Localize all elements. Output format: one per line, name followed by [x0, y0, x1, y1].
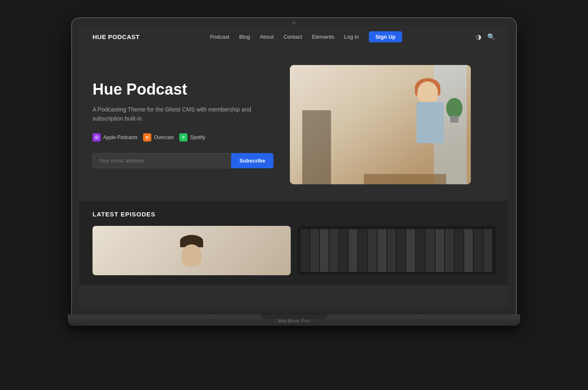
book-3: [320, 229, 329, 272]
episode-card-1[interactable]: [93, 226, 291, 275]
overcast-icon: [143, 133, 151, 142]
book-6: [349, 229, 357, 272]
book-15: [435, 229, 444, 272]
book-10: [387, 229, 396, 272]
email-input[interactable]: [93, 153, 231, 168]
spotify-badge[interactable]: Spotify: [179, 133, 205, 142]
subscribe-button[interactable]: Subscribe: [231, 153, 273, 168]
svg-point-1: [96, 137, 97, 138]
room-table: [364, 174, 446, 184]
site-logo: HUE PODCAST: [93, 33, 140, 40]
hero-subtitle: A Podcasting Theme for the Ghost CMS wit…: [93, 105, 273, 123]
book-13: [416, 229, 425, 272]
hero-image: [290, 65, 471, 184]
book-4: [329, 229, 338, 272]
hero-title: Hue Podcast: [93, 81, 273, 98]
book-20: [484, 229, 492, 272]
book-16: [445, 229, 454, 272]
person-head: [181, 244, 202, 267]
nav-login[interactable]: Log In: [344, 34, 359, 40]
hero-photo: [290, 65, 471, 184]
book-17: [455, 229, 463, 272]
book-2: [310, 229, 319, 272]
overcast-label: Overcast: [154, 135, 174, 140]
plant-pot: [450, 116, 458, 123]
book-19: [474, 229, 482, 272]
laptop-base: MacBook Pro: [68, 314, 520, 326]
book-8: [368, 229, 377, 272]
theme-toggle-icon[interactable]: ◑: [476, 33, 482, 41]
woman-body: [417, 102, 444, 143]
episodes-section-title: LATEST EPISODES: [93, 211, 495, 218]
signup-button[interactable]: Sign Up: [369, 31, 402, 42]
book-5: [339, 229, 348, 272]
room-door: [302, 110, 331, 184]
episode-card-2[interactable]: [297, 226, 495, 275]
screen-content: HUE PODCAST Podcast Blog About Contact E…: [79, 26, 509, 307]
book-18: [464, 229, 473, 272]
svg-point-2: [146, 137, 148, 139]
email-form: Subscribe: [93, 153, 273, 168]
spotify-label: Spotify: [190, 135, 205, 140]
bookshelf: [297, 226, 495, 275]
book-14: [426, 229, 434, 272]
navbar: HUE PODCAST Podcast Blog About Contact E…: [79, 26, 509, 49]
apple-podcasts-label: Apple Podcasts: [103, 135, 137, 140]
nav-contact[interactable]: Contact: [284, 34, 302, 40]
nav-icons: ◑ 🔍: [476, 33, 495, 41]
apple-podcasts-badge[interactable]: Apple Podcasts: [93, 133, 137, 142]
plant: [446, 98, 463, 123]
nav-links: Podcast Blog About Contact Elements Log …: [210, 31, 402, 42]
episodes-grid: [93, 226, 495, 275]
plant-leaves: [446, 98, 463, 118]
search-icon[interactable]: 🔍: [487, 33, 495, 41]
woman-head: [417, 81, 438, 104]
overcast-badge[interactable]: Overcast: [143, 133, 174, 142]
hero-section: Hue Podcast A Podcasting Theme for the G…: [79, 49, 509, 201]
book-9: [377, 229, 386, 272]
spotify-icon: [179, 133, 188, 142]
book-7: [358, 229, 367, 272]
nav-blog[interactable]: Blog: [239, 34, 250, 40]
book-1: [301, 229, 309, 272]
laptop-camera: [292, 21, 296, 24]
nav-about[interactable]: About: [260, 34, 274, 40]
hero-content: Hue Podcast A Podcasting Theme for the G…: [93, 81, 273, 168]
nav-podcast[interactable]: Podcast: [210, 34, 229, 40]
book-11: [397, 229, 405, 272]
book-12: [406, 229, 415, 272]
nav-elements[interactable]: Elements: [312, 34, 334, 40]
podcast-badges: Apple Podcasts Overcast: [93, 133, 273, 142]
laptop-wrapper: HUE PODCAST Podcast Blog About Contact E…: [68, 18, 520, 372]
macbook-label: MacBook Pro: [278, 318, 310, 323]
laptop-screen: HUE PODCAST Podcast Blog About Contact E…: [72, 18, 516, 314]
episodes-section: LATEST EPISODES: [79, 201, 509, 285]
apple-podcasts-icon: [93, 133, 101, 142]
